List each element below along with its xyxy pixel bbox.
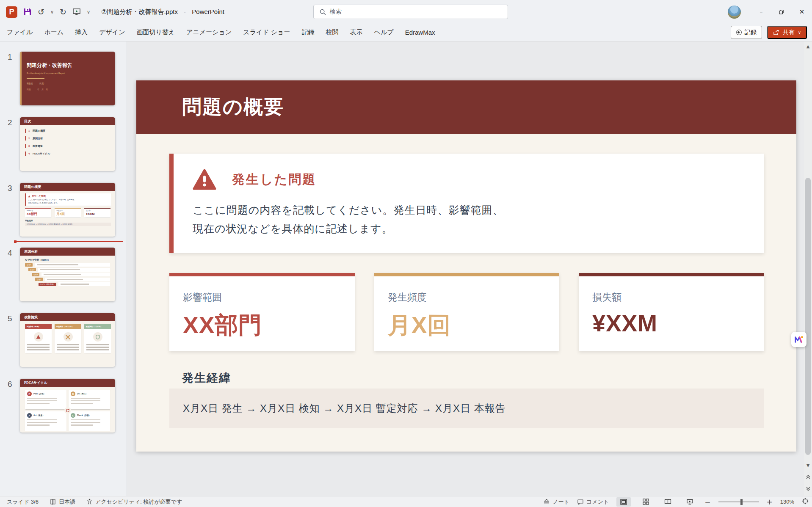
search-placeholder: 検索 (330, 8, 342, 16)
thumb4-header: 原因分析 (20, 248, 115, 256)
save-icon[interactable] (23, 8, 32, 16)
menu-home[interactable]: ホーム (44, 28, 64, 36)
slide-number: 6 (8, 380, 12, 389)
accent-stripe (20, 52, 22, 105)
menu-right-actions: 記録 共有 ∨ (731, 26, 807, 39)
menu-edrawmax[interactable]: EdrawMax (405, 29, 435, 36)
slide-thumbnail-4[interactable]: 原因分析 なぜなぜ分析（5Why） なぜ1 なぜ2 なぜ3 なぜ4 なぜ5（根本… (20, 248, 115, 301)
menu-record[interactable]: 記録 (302, 28, 315, 36)
why-chip: なぜ2 (28, 268, 36, 271)
slide-indicator[interactable]: スライド 3/6 (7, 498, 39, 506)
edrawmax-button[interactable] (791, 332, 806, 347)
view-slide-sorter-button[interactable] (638, 497, 653, 507)
menu-design[interactable]: デザイン (99, 28, 125, 36)
start-slideshow-icon[interactable] (72, 8, 81, 16)
accessibility-status[interactable]: アクセシビリティ: 検討が必要です (86, 498, 182, 506)
slide-number: 4 (8, 248, 12, 258)
minimize-button[interactable]: – (751, 0, 771, 24)
view-slideshow-button[interactable] (682, 497, 697, 507)
menu-items: ファイル ホーム 挿入 デザイン 画面切り替え アニメーション スライド ショー… (0, 28, 435, 36)
zoom-in-button[interactable]: + (767, 498, 773, 506)
undo-icon[interactable]: ↺ (38, 8, 44, 16)
fit-slide-to-window-button[interactable] (802, 498, 809, 506)
fit-to-window-icon (802, 498, 809, 504)
share-dropdown-icon: ∨ (798, 30, 801, 35)
record-button[interactable]: 記録 (731, 26, 762, 39)
scroll-down-button[interactable]: ▼ (804, 460, 812, 470)
scroll-up-button[interactable]: ▲ (804, 41, 812, 51)
undo-dropdown-icon[interactable]: ∨ (50, 9, 54, 15)
zoom-slider[interactable] (718, 501, 759, 502)
slide-canvas[interactable]: 問題の概要 発生した問題 ここに問題の内容を記載してください。発生日時、影響範囲… (136, 80, 796, 452)
pdca-letter: P (27, 391, 32, 396)
zoom-out-button[interactable]: − (704, 498, 710, 506)
refresh-icon (66, 408, 70, 413)
thumb3-header: 問題の概要 (20, 183, 115, 191)
notes-toggle[interactable]: ノート (543, 498, 569, 506)
view-reading-button[interactable] (660, 497, 675, 507)
slide-thumbnail-panel: 1 問題分析・改善報告 Problem Analysis & Improveme… (0, 41, 127, 496)
spellcheck-status[interactable]: 日本語 (50, 498, 75, 506)
menu-view[interactable]: 表示 (350, 28, 363, 36)
menu-transitions[interactable]: 画面切り替え (137, 28, 175, 36)
share-button[interactable]: 共有 ∨ (767, 26, 807, 39)
next-slide-button[interactable] (804, 483, 812, 494)
history-timeline-box[interactable]: X月X日 発生 → X月X日 検知 → X月X日 暫定対応 → X月X日 本報告 (169, 389, 764, 428)
accessibility-label: アクセシビリティ: 検討が必要です (95, 498, 182, 506)
stat-card-impact[interactable]: 影響範囲 XX部門 (169, 273, 355, 351)
previous-slide-button[interactable] (804, 471, 812, 482)
powerpoint-logo-icon[interactable]: P (6, 6, 17, 18)
slide-sorter-icon (643, 499, 649, 505)
history-heading[interactable]: 発生経緯 (182, 370, 231, 386)
stat-card-frequency[interactable]: 発生頻度 月X回 (374, 273, 560, 351)
comments-label: コメント (586, 498, 609, 506)
maximize-button[interactable] (771, 0, 792, 24)
slide-header-band: 問題の概要 (136, 80, 796, 134)
scrollbar-thumb[interactable] (805, 178, 811, 455)
warning-icon (28, 195, 30, 198)
redo-icon[interactable]: ↻ (60, 8, 66, 16)
record-button-label: 記録 (745, 29, 757, 36)
pdca-letter: D (71, 391, 75, 396)
zoom-slider-thumb[interactable] (740, 499, 743, 505)
vertical-scrollbar[interactable]: ▲ ▼ (804, 41, 812, 496)
search-icon (320, 9, 326, 15)
pdca-letter: C (71, 413, 75, 418)
slide-thumbnail-6[interactable]: PDCAサイクル PPlan（計画） DDo（実行） AAct（改善） CChe… (20, 379, 115, 433)
language-label: 日本語 (59, 498, 75, 506)
menu-slideshow[interactable]: スライド ショー (243, 28, 290, 36)
stat-cards-row: 影響範囲 XX部門 発生頻度 月X回 損失額 ¥XXM (169, 273, 764, 351)
mini-stat-value: ¥XXM (86, 212, 109, 216)
accessibility-icon (86, 499, 93, 505)
stat-card-loss[interactable]: 損失額 ¥XXM (579, 273, 764, 351)
toc-label: 改善施策 (33, 144, 43, 148)
toolbar-customize-icon[interactable]: ∨ (87, 9, 90, 15)
problem-alert-box[interactable]: 発生した問題 ここに問題の内容を記載してください。発生日時、影響範囲、 現在の状… (169, 154, 764, 253)
close-button[interactable]: ✕ (792, 0, 812, 24)
slide-thumbnail-1[interactable]: 問題分析・改善報告 Problem Analysis & Improvement… (20, 52, 115, 105)
alert-heading: 発生した問題 (232, 171, 316, 188)
pdca-label: Do（実行） (77, 393, 88, 395)
slide-thumbnail-3-current[interactable]: 問題の概要 発生した問題 ここに問題の内容を記載してください。発生日時、影響範囲… (20, 183, 115, 237)
menu-animations[interactable]: アニメーション (186, 28, 232, 36)
menu-help[interactable]: ヘルプ (374, 28, 394, 36)
slide-thumbnail-2[interactable]: 目次 1問題の概要 2原因分析 3改善施策 4PDCAサイクル (20, 117, 115, 171)
menu-review[interactable]: 校閲 (326, 28, 339, 36)
avatar[interactable] (728, 6, 741, 19)
stat-value: XX部門 (183, 310, 355, 341)
search-input[interactable]: 検索 (313, 5, 508, 19)
slide-thumbnail-5[interactable]: 改善施策 短期施策（即時） 中期施策（1〜3ヶ月） 長期施策（3ヶ月〜） (20, 313, 115, 367)
slide-title[interactable]: 問題の概要 (182, 94, 284, 120)
comments-toggle[interactable]: コメント (577, 498, 609, 506)
menu-file[interactable]: ファイル (7, 28, 33, 36)
stat-label: 影響範囲 (183, 291, 355, 304)
view-normal-button[interactable] (616, 497, 631, 507)
thumb3-alert-line1: ここに問題の内容を記載してください。発生日時、影響範囲、 (28, 198, 109, 201)
zoom-level[interactable]: 130% (780, 499, 794, 505)
thumb1-meta1: 報告者： 所属： (27, 82, 115, 85)
reading-view-icon (664, 499, 671, 504)
menu-insert[interactable]: 挿入 (75, 28, 88, 36)
app-name: PowerPoint (192, 8, 224, 15)
toc-label: 原因分析 (33, 137, 43, 141)
edrawmax-logo-icon (794, 335, 804, 344)
